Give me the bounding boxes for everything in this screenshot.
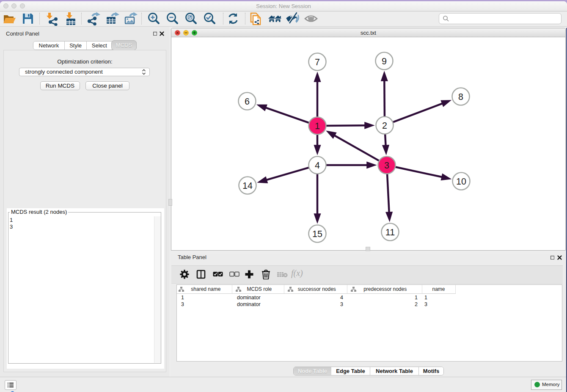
svg-text:15: 15 (312, 229, 322, 239)
svg-text:6: 6 (245, 97, 250, 107)
svg-text:9: 9 (382, 56, 387, 66)
svg-text:4: 4 (315, 160, 320, 171)
svg-text:10: 10 (456, 177, 466, 187)
svg-text:7: 7 (315, 57, 320, 67)
svg-text:1: 1 (315, 121, 320, 131)
svg-text:11: 11 (385, 227, 395, 237)
svg-text:14: 14 (242, 181, 253, 191)
svg-text:3: 3 (384, 160, 389, 171)
svg-text:8: 8 (458, 92, 463, 102)
svg-text:2: 2 (382, 121, 387, 131)
